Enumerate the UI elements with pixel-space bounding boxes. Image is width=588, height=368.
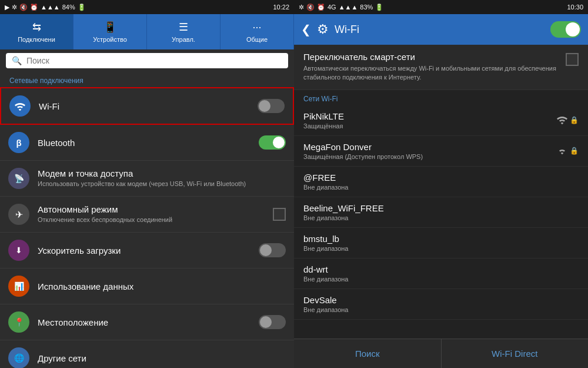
wifi-direct-button[interactable]: Wi-Fi Direct [442, 339, 589, 368]
airplane-item-title: Автономный режим [38, 204, 273, 214]
signal-right-icon: ▲▲▲ [339, 4, 358, 11]
beeline-text: Beeline_WiFi_FREE Вне диапазона [303, 203, 579, 221]
back-button[interactable]: ❮ [301, 22, 311, 37]
smart-switch-checkbox[interactable] [566, 53, 579, 66]
search-container[interactable]: 🔍 [6, 53, 288, 68]
mute-status-icon: 🔇 [306, 4, 315, 11]
location-item-text: Местоположение [38, 317, 259, 327]
megafon-text: MegaFon Donver Защищённая (Доступен прот… [303, 142, 556, 160]
network-item-megafon[interactable]: MegaFon Donver Защищённая (Доступен прот… [294, 136, 588, 167]
signal-icon: ▲▲▲ [41, 4, 60, 11]
smart-switch-desc: Автоматически переключаться между Wi-Fi … [303, 64, 559, 82]
bt-item-icon: β [8, 132, 29, 153]
settings-item-bluetooth[interactable]: β Bluetooth [0, 125, 294, 161]
other-item-title: Другие сети [38, 353, 286, 363]
right-time: 10:30 [567, 4, 583, 11]
data-item-icon: 📊 [8, 276, 29, 297]
right-status-icons: ✲ 🔇 ⏰ 4G ▲▲▲ 83% 🔋 [299, 4, 383, 11]
left-status-bar: ▶ ✲ 🔇 ⏰ ▲▲▲ 84% 🔋 10:22 [0, 0, 294, 14]
data-item-text: Использование данных [38, 281, 286, 291]
modem-item-title: Модем и точка доступа [38, 168, 286, 178]
airplane-item-icon: ✈ [8, 204, 29, 225]
tab-device[interactable]: 📱 Устройство [74, 14, 147, 49]
location-toggle[interactable] [259, 315, 286, 329]
wifi-header-title: Wi-Fi [335, 24, 544, 36]
search-wifi-button[interactable]: Поиск [294, 339, 442, 368]
download-item-icon: ⬇ [8, 240, 29, 261]
bmstu-text: bmstu_lb Вне диапазона [303, 234, 579, 252]
wifi-toggle[interactable] [258, 99, 285, 113]
tab-manage[interactable]: ☰ Управл. [147, 14, 220, 49]
download-item-text: Ускоритель загрузки [38, 246, 259, 256]
network-item-devsale[interactable]: DevSale Вне диапазона [294, 289, 588, 320]
wifi-gear-icon[interactable]: ⚙ [317, 22, 329, 37]
airplane-item-subtitle: Отключение всех беспроводных соединений [38, 216, 273, 224]
right-panel: ✲ 🔇 ⏰ 4G ▲▲▲ 83% 🔋 10:30 ❮ ⚙ Wi-Fi Перек… [294, 0, 588, 368]
settings-item-wifi[interactable]: Wi-Fi [0, 87, 294, 125]
network-item-ddwrt[interactable]: dd-wrt Вне диапазона [294, 258, 588, 289]
settings-item-airplane[interactable]: ✈ Автономный режим Отключение всех беспр… [0, 197, 294, 233]
wifi-item-title: Wi-Fi [39, 101, 258, 111]
right-status-bar: ✲ 🔇 ⏰ 4G ▲▲▲ 83% 🔋 10:30 [294, 0, 588, 14]
network-list: PikNikLTE Защищённая 🔒 MegaFon Donver За… [294, 105, 588, 339]
bt-item-text: Bluetooth [38, 138, 259, 148]
left-time: 10:22 [273, 4, 289, 11]
modem-item-subtitle: Использовать устройство как модем (через… [38, 180, 286, 188]
settings-item-location[interactable]: 📍 Местоположение [0, 304, 294, 340]
settings-item-other[interactable]: 🌐 Другие сети [0, 340, 294, 368]
bt-item-title: Bluetooth [38, 138, 259, 148]
bt-icon: ✲ [12, 4, 17, 11]
bt-status-icon: ✲ [299, 4, 304, 11]
tab-connections[interactable]: ⇆ Подключени [0, 14, 74, 49]
settings-item-datausage[interactable]: 📊 Использование данных [0, 268, 294, 304]
wifi-item-text: Wi-Fi [39, 101, 258, 111]
airplane-checkbox[interactable] [273, 208, 286, 221]
manage-icon: ☰ [179, 21, 188, 34]
smart-switch-section: Переключатель смарт-сети Автоматически п… [294, 45, 588, 90]
device-icon: 📱 [103, 21, 116, 34]
other-item-icon: 🌐 [8, 347, 29, 368]
wifi-item-icon [9, 95, 31, 117]
connections-icon: ⇆ [32, 21, 41, 34]
network-item-beeline[interactable]: Beeline_WiFi_FREE Вне диапазона [294, 197, 588, 228]
wifi-networks-label: Сети Wi-Fi [294, 90, 588, 105]
settings-item-download[interactable]: ⬇ Ускоритель загрузки [0, 233, 294, 268]
download-toggle[interactable] [259, 243, 286, 257]
smart-switch-text: Переключатель смарт-сети Автоматически п… [303, 52, 559, 82]
battery-text: 84% [62, 4, 75, 11]
alarm-icon: ⏰ [30, 4, 38, 11]
settings-item-modem[interactable]: 📡 Модем и точка доступа Использовать уст… [0, 161, 294, 197]
right-battery-icon: 🔋 [375, 4, 383, 11]
ddwrt-text: dd-wrt Вне диапазона [303, 264, 579, 283]
battery-icon: 🔋 [78, 4, 86, 11]
network-section-label: Сетевые подключения [0, 72, 294, 87]
smart-switch-title: Переключатель смарт-сети [303, 52, 559, 62]
modem-item-text: Модем и точка доступа Использовать устро… [38, 168, 286, 188]
network-item-free[interactable]: @FREE Вне диапазона [294, 167, 588, 197]
network-item-bmstu[interactable]: bmstu_lb Вне диапазона [294, 228, 588, 258]
search-input[interactable] [26, 56, 282, 65]
left-status-icons: ▶ ✲ 🔇 ⏰ ▲▲▲ 84% 🔋 [5, 4, 86, 11]
network-item-piknik[interactable]: PikNikLTE Защищённая 🔒 [294, 105, 588, 136]
location-item-title: Местоположение [38, 317, 259, 327]
free-text: @FREE Вне диапазона [303, 173, 579, 191]
play-icon: ▶ [5, 4, 9, 11]
search-icon: 🔍 [12, 56, 22, 65]
left-panel: ▶ ✲ 🔇 ⏰ ▲▲▲ 84% 🔋 10:22 ⇆ Подключени 📱 У… [0, 0, 294, 368]
wifi-header-toggle[interactable] [550, 21, 581, 38]
data-item-title: Использование данных [38, 281, 286, 291]
search-bar: 🔍 [0, 49, 294, 72]
bt-toggle[interactable] [259, 135, 286, 150]
right-battery-text: 83% [360, 4, 373, 11]
tab-general[interactable]: ··· Общие [220, 14, 294, 49]
settings-list: Wi-Fi β Bluetooth 📡 Модем и точка доступ… [0, 87, 294, 368]
download-item-title: Ускоритель загрузки [38, 246, 259, 256]
alarm-status-icon: ⏰ [317, 4, 325, 11]
bottom-bar: Поиск Wi-Fi Direct [294, 339, 588, 368]
devsale-text: DevSale Вне диапазона [303, 295, 579, 313]
4g-icon: 4G [328, 4, 336, 11]
mute-icon: 🔇 [19, 4, 28, 11]
modem-item-icon: 📡 [8, 168, 29, 189]
right-header: ❮ ⚙ Wi-Fi [294, 14, 588, 45]
megafon-signal: 🔒 [556, 145, 579, 156]
